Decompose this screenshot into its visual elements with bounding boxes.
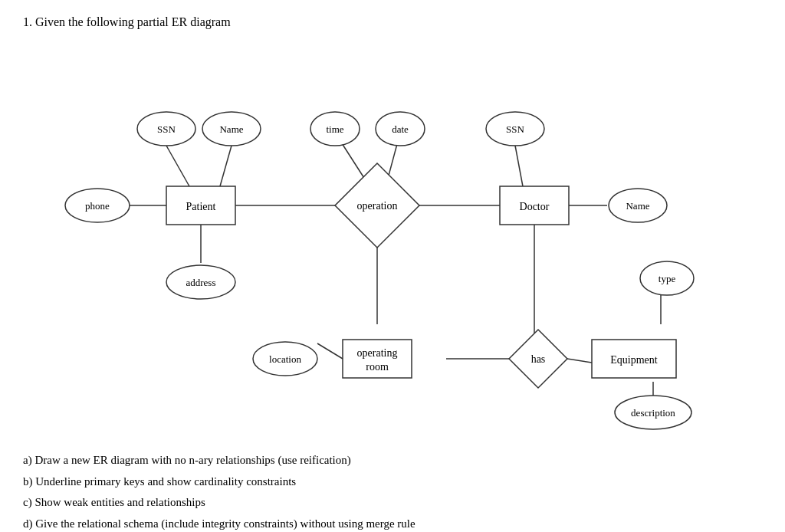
question-a: a) Draw a new ER diagram with no n-ary r… [23, 451, 762, 471]
svg-line-1 [220, 146, 232, 186]
svg-line-13 [567, 359, 592, 363]
address-label: address [186, 277, 216, 288]
question-c: c) Show weak entities and relationships [23, 493, 762, 513]
ssn-doctor-label: SSN [506, 123, 524, 135]
equipment-label: Equipment [610, 354, 658, 366]
operating-room-label-2: room [366, 361, 389, 373]
svg-line-11 [317, 343, 343, 359]
question-d: d) Give the relational schema (include i… [23, 514, 762, 533]
er-diagram: operation has Patient Doctor operating r… [25, 44, 760, 443]
name-doctor-label: Name [626, 200, 649, 212]
time-label: time [326, 123, 343, 135]
date-label: date [392, 123, 409, 135]
patient-label: Patient [186, 201, 216, 212]
page-title: 1. Given the following partial ER diagra… [23, 15, 762, 29]
operating-room-label-1: operating [357, 347, 398, 359]
doctor-label: Doctor [520, 201, 550, 212]
operation-label: operation [357, 200, 398, 212]
question-b: b) Underline primary keys and show cardi… [23, 472, 762, 492]
svg-line-8 [515, 146, 523, 186]
ssn-patient-label: SSN [157, 123, 176, 135]
name-patient-label: Name [219, 123, 243, 135]
has-label: has [531, 353, 546, 365]
svg-line-0 [166, 146, 189, 186]
type-label: type [659, 273, 676, 284]
location-label: location [269, 353, 301, 365]
questions-section: a) Draw a new ER diagram with no n-ary r… [23, 451, 762, 532]
description-label: description [631, 407, 675, 419]
phone-label: phone [85, 200, 110, 212]
